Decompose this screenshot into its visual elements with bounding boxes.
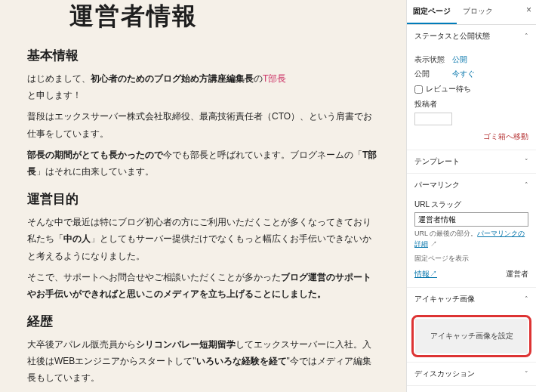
panel-featured-header[interactable]: アイキャッチ画像 ˄ [407,288,536,310]
label-slug: URL スラッグ [414,199,528,210]
panel-template-header[interactable]: テンプレート ˅ [407,150,536,173]
paragraph[interactable]: 普段はエックスサーバー株式会社取締役、最高技術責任者（CTO）、という肩書でお仕… [27,108,379,141]
settings-sidebar: 固定ページ ブロック × ステータスと公開状態 ˄ 表示状態公開 公開今すぐ レ… [406,0,536,392]
label-author: 投稿者 [414,99,528,110]
panel-permalink-header[interactable]: パーマリンク ˄ [407,174,536,196]
paragraph[interactable]: そんな中で最近は特にブログ初心者の方にご利用いただくことが多くなってきており私た… [27,214,379,264]
link-tbucho[interactable]: T部長 [263,73,286,84]
paragraph[interactable]: 部長の期間がとても長かったので今でも部長と呼ばれています。ブログネームの「T部長… [27,147,379,180]
paragraph[interactable]: はじめまして、初心者のためのブログ始め方講座編集長のT部長と申します！ [27,70,379,103]
checkbox-review[interactable]: レビュー待ち [414,84,528,94]
sidebar-tabs: 固定ページ ブロック × [407,0,536,25]
value-visibility[interactable]: 公開 [452,54,467,65]
panel-template: テンプレート ˅ [407,150,536,174]
chevron-down-icon: ˅ [525,370,528,378]
heading-career[interactable]: 経歴 [27,313,379,330]
value-publish[interactable]: 今すぐ [452,69,475,79]
external-icon: ↗ [428,240,437,248]
tab-page[interactable]: 固定ページ [407,0,457,24]
heading-basic[interactable]: 基本情報 [27,47,379,64]
editor-canvas[interactable]: 運営者情報 基本情報 はじめまして、初心者のためのブログ始め方講座編集長のT部長… [0,0,406,392]
trash-button[interactable]: ゴミ箱へ移動 [414,131,528,142]
chevron-up-icon: ˄ [525,181,528,189]
panel-discussion: ディスカッション ˅ [407,363,536,386]
label-publish: 公開 [414,69,452,79]
tab-block[interactable]: ブロック [457,0,499,24]
panel-discussion-header[interactable]: ディスカッション ˅ [407,363,536,385]
label-visibility: 表示状態 [414,54,452,65]
author-select[interactable] [414,113,452,125]
panel-attrs-header[interactable]: ページ属性 ˅ [407,386,536,393]
set-featured-button[interactable]: アイキャッチ画像を設定 [415,319,528,353]
panel-featured: アイキャッチ画像 ˄ アイキャッチ画像を設定 [407,288,536,363]
tag-info[interactable]: 情報↗ [414,269,437,279]
chevron-up-icon: ˄ [525,32,528,40]
slug-input[interactable] [414,212,528,227]
close-icon[interactable]: × [526,5,531,15]
paragraph[interactable]: そこで、サポートへお問合せやご相談いただくことが多かったブログ運営のサポートやお… [27,269,379,302]
tag-author: 運営者 [506,269,528,279]
panel-status-header[interactable]: ステータスと公開状態 ˄ [407,25,536,48]
view-page-link[interactable]: 固定ページを表示 [414,254,528,264]
paragraph[interactable]: 大卒後アパレル販売員からシリコンバレー短期留学してエックスサーバーに入社。入社後… [27,336,379,387]
featured-highlight: アイキャッチ画像を設定 [411,315,531,357]
page-title[interactable]: 運営者情報 [69,0,379,33]
external-icon: ↗ [430,270,437,278]
heading-purpose[interactable]: 運営目的 [27,190,379,208]
panel-status: ステータスと公開状態 ˄ 表示状態公開 公開今すぐ レビュー待ち 投稿者 ゴミ箱… [407,25,536,150]
chevron-down-icon: ˅ [525,158,528,165]
chevron-up-icon: ˄ [525,295,528,303]
panel-attrs: ページ属性 ˅ [407,386,536,393]
panel-permalink: パーマリンク ˄ URL スラッグ URL の最後の部分。パーマリンクの詳細 ↗… [407,174,536,288]
